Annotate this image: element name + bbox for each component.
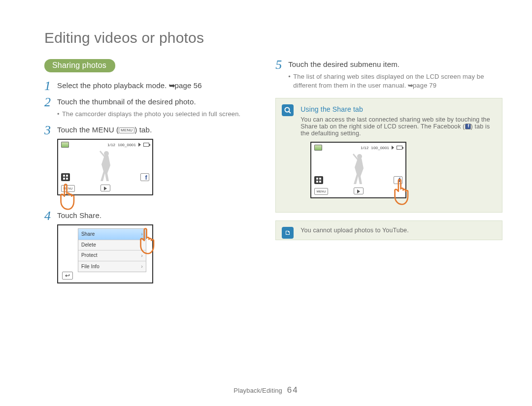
step-4: Touch Share. Share› Delete Protect› (44, 210, 262, 283)
photo-icon (314, 145, 322, 151)
page-title: Editing videos or photos (44, 30, 502, 46)
menu-row-fileinfo[interactable]: File Info› (78, 261, 146, 272)
photo-icon (61, 142, 69, 148)
step-4-post: . (100, 211, 101, 219)
footer-section: Playback/Editing (233, 387, 282, 394)
note-icon (282, 227, 294, 239)
footer-page-number: 64 (287, 385, 299, 395)
callout-note-text: You cannot upload photos to YouTube. (300, 227, 409, 234)
step-5-sub-pre: The list of sharing web sites displayed … (293, 73, 484, 89)
battery-icon (143, 143, 149, 147)
play-icon (392, 146, 394, 150)
menu-row-label: Protect (81, 252, 98, 259)
step-2: Touch the thumbnail of the desired photo… (44, 96, 262, 119)
step-4-bold: Share (79, 211, 100, 219)
section-pill: Sharing photos (44, 59, 115, 72)
photo-silhouette (58, 150, 152, 185)
battery-icon (397, 146, 402, 150)
step-3: Touch the MENU (MENU) tab. 1/12 100_0001 (44, 125, 262, 195)
step-5: Touch the desired submenu item. The list… (275, 59, 502, 90)
step-5-sub: The list of sharing web sites displayed … (288, 72, 502, 90)
facebook-tab-icon (140, 173, 149, 181)
callout-title: Using the Share tab (300, 105, 494, 113)
step-1: Select the photo playback mode. ➥page 56 (44, 80, 262, 91)
play-icon (138, 143, 141, 147)
step-2-sub: The camcorder displays the photo you sel… (57, 110, 262, 119)
touch-hand-icon (136, 226, 160, 256)
step-3-post: ) tab. (134, 125, 152, 134)
menu-chip-icon: MENU (119, 127, 134, 133)
menu-tab-button: MENU (314, 188, 328, 195)
lcd-screenshot-3: 1/12 100_0001 MENU (310, 142, 406, 198)
touch-hand-icon (390, 177, 414, 207)
chevron-right-icon: › (141, 263, 143, 270)
svg-line-2 (289, 112, 291, 114)
slideshow-button (100, 185, 110, 191)
slideshow-button (354, 187, 364, 194)
facebook-icon (465, 124, 471, 129)
step-4-pre: Touch (57, 211, 79, 219)
thumbnail-grid-icon (61, 173, 70, 181)
lcd-filecode: 100_0001 (118, 142, 136, 148)
touch-hand-icon (56, 182, 80, 212)
step-3-pre: Touch the MENU ( (57, 125, 119, 134)
lcd-counter: 1/12 (361, 146, 368, 150)
lcd-screenshot-1: 1/12 100_0001 MENU (57, 139, 153, 195)
callout-note: You cannot upload photos to YouTube. (275, 220, 502, 240)
callout-body: You can access the last connected sharin… (300, 116, 494, 137)
step-1-text: Select the photo playback mode. (57, 81, 169, 90)
arrow-icon: ➥ (169, 81, 175, 90)
back-button[interactable]: ↩ (62, 272, 73, 280)
svg-point-1 (285, 108, 290, 112)
page-footer: Playback/Editing 64 (0, 385, 532, 395)
callout-body-pre: You can access the last connected sharin… (300, 116, 490, 130)
menu-row-label: Share (81, 231, 95, 238)
step-5-sub-page: page 79 (413, 82, 436, 89)
lcd-counter: 1/12 (107, 142, 115, 148)
menu-row-label: Delete (81, 242, 96, 249)
thumbnail-grid-icon (314, 176, 323, 184)
step-5-text: Touch the desired submenu item. (288, 60, 399, 68)
step-2-text: Touch the thumbnail of the desired photo… (57, 97, 196, 106)
arrow-icon: ➥ (408, 82, 413, 89)
step-1-pageref: page 56 (174, 81, 201, 90)
callout-share-tab: Using the Share tab You can access the l… (275, 98, 502, 213)
magnifier-icon (282, 104, 294, 116)
lcd-filecode: 100_0001 (371, 146, 389, 150)
menu-row-label: File Info (81, 263, 100, 270)
lcd-screenshot-2: Share› Delete Protect› File Info› (57, 224, 153, 283)
